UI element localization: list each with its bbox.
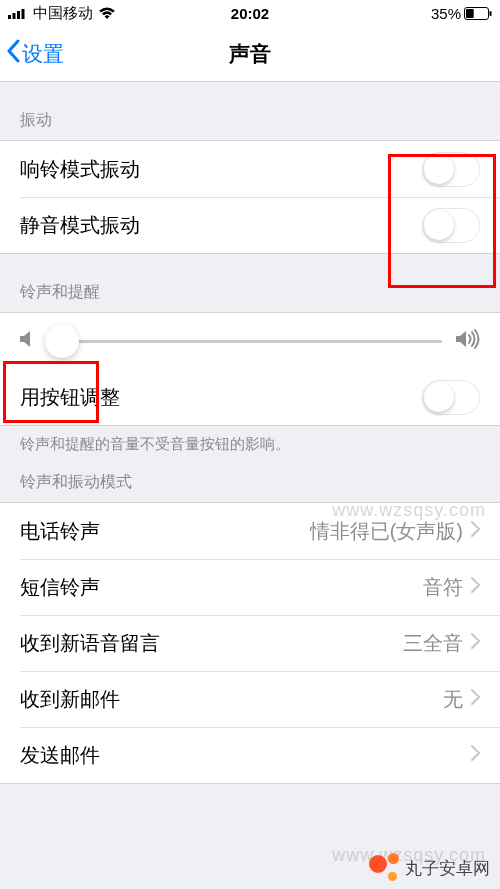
toggle-ring-vibrate[interactable] [422,152,480,187]
cell-value: 无 [443,686,463,713]
carrier-label: 中国移动 [33,4,93,23]
cell-label: 用按钮调整 [20,384,422,411]
brand-name: 丸子安卓网 [405,857,490,880]
cell-label: 收到新语音留言 [20,630,403,657]
back-button[interactable]: 设置 [0,39,64,68]
svg-rect-5 [466,9,474,18]
cell-new-mail[interactable]: 收到新邮件 无 [0,671,500,727]
chevron-right-icon [471,521,480,541]
cell-label: 静音模式振动 [20,212,422,239]
cell-label: 电话铃声 [20,518,310,545]
section-footer-ringer: 铃声和提醒的音量不受音量按钮的影响。 [0,426,500,458]
volume-slider-row [0,313,500,369]
status-time: 20:02 [169,5,330,22]
back-label: 设置 [22,40,64,68]
chevron-right-icon [471,633,480,653]
svg-rect-0 [8,15,11,19]
cell-sent-mail[interactable]: 发送邮件 [0,727,500,783]
svg-rect-1 [13,13,16,19]
wifi-icon [98,7,116,20]
nav-bar: 设置 声音 [0,26,500,82]
chevron-left-icon [6,39,21,68]
volume-high-icon [456,329,480,353]
page-title: 声音 [0,40,500,68]
cell-label: 短信铃声 [20,574,423,601]
cell-label: 收到新邮件 [20,686,443,713]
group-patterns: 电话铃声 情非得已(女声版) 短信铃声 音符 收到新语音留言 三全音 收到新邮件… [0,502,500,784]
toggle-change-with-buttons[interactable] [422,380,480,415]
cell-label: 发送邮件 [20,742,463,769]
brand-logo-icon [369,853,399,883]
cell-label: 响铃模式振动 [20,156,422,183]
status-right: 35% [331,5,492,22]
cell-ringtone[interactable]: 电话铃声 情非得已(女声版) [0,503,500,559]
cell-ring-vibrate: 响铃模式振动 [0,141,500,197]
svg-rect-3 [22,9,25,19]
section-header-ringer: 铃声和提醒 [0,254,500,312]
group-vibrate: 响铃模式振动 静音模式振动 [0,140,500,254]
volume-low-icon [20,330,32,352]
cell-voicemail[interactable]: 收到新语音留言 三全音 [0,615,500,671]
volume-slider[interactable] [46,340,442,343]
cell-value: 情非得已(女声版) [310,518,463,545]
signal-icon [8,7,28,19]
chevron-right-icon [471,577,480,597]
status-bar: 中国移动 20:02 35% [0,0,500,26]
footer-brand: 丸子安卓网 [369,853,490,883]
cell-text-tone[interactable]: 短信铃声 音符 [0,559,500,615]
cell-change-with-buttons: 用按钮调整 [0,369,500,425]
group-ringer: 用按钮调整 [0,312,500,426]
svg-rect-6 [489,11,491,16]
battery-percent: 35% [431,5,461,22]
cell-silent-vibrate: 静音模式振动 [0,197,500,253]
toggle-silent-vibrate[interactable] [422,208,480,243]
svg-rect-2 [17,11,20,19]
cell-value: 三全音 [403,630,463,657]
chevron-right-icon [471,689,480,709]
section-header-vibrate: 振动 [0,82,500,140]
section-header-patterns: 铃声和振动模式 [0,458,500,502]
status-left: 中国移动 [8,4,169,23]
cell-value: 音符 [423,574,463,601]
chevron-right-icon [471,745,480,765]
battery-icon [464,7,492,20]
slider-knob[interactable] [45,324,79,358]
